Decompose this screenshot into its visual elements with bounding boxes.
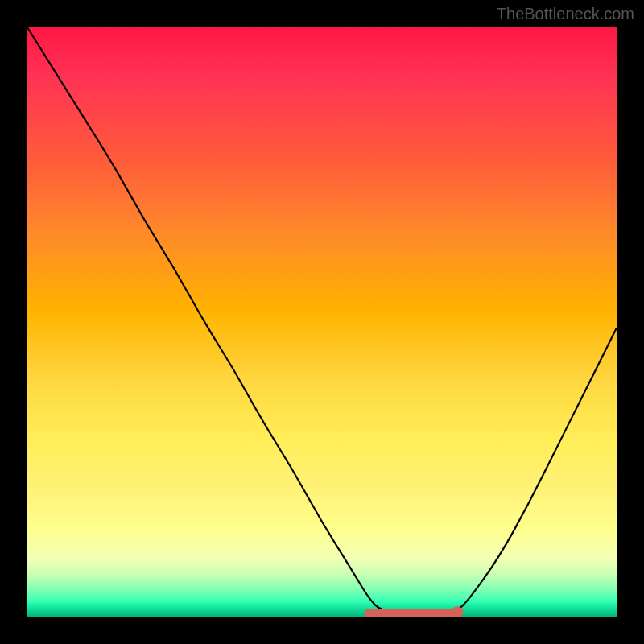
- chart-container: TheBottleneck.com: [0, 0, 644, 644]
- curve-svg: [27, 27, 617, 617]
- optimal-marker: [452, 606, 463, 617]
- watermark-text: TheBottleneck.com: [497, 5, 634, 23]
- plot-area: [27, 27, 617, 617]
- bottleneck-curve: [27, 27, 617, 617]
